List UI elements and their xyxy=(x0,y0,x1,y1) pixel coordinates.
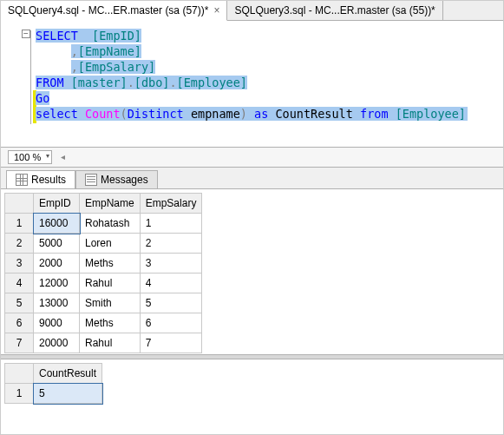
table-row[interactable]: 1 5 xyxy=(5,384,102,404)
col-empname[interactable]: EmpName xyxy=(80,194,141,214)
grid-icon xyxy=(16,174,28,186)
results-grid-2: CountResult 1 5 xyxy=(4,363,102,404)
col-countresult[interactable]: CountResult xyxy=(34,364,102,384)
schema-dbo: [dbo] xyxy=(134,76,170,89)
zoom-dropdown[interactable]: 100 % xyxy=(8,150,52,164)
kw-as: as xyxy=(254,107,268,121)
tab-label: Messages xyxy=(101,174,148,186)
tbl-employee: [Employee] xyxy=(396,107,468,121)
cell[interactable]: 12000 xyxy=(34,274,80,293)
table-row[interactable]: 6 9000 Meths 6 xyxy=(5,313,202,333)
tbl-employee: [Employee] xyxy=(177,76,247,89)
zoom-value: 100 % xyxy=(14,152,41,162)
cell[interactable]: Loren xyxy=(80,234,141,254)
fn-count: Count xyxy=(85,107,121,121)
col-empid: [EmpID] xyxy=(92,29,141,43)
cell[interactable]: 6 xyxy=(140,313,202,333)
cell[interactable]: 5 xyxy=(34,384,102,404)
rownum: 1 xyxy=(5,214,34,234)
results-pane-1[interactable]: EmpID EmpName EmpSalary 1 16000 Rohatash… xyxy=(1,189,503,354)
cell[interactable]: Rahul xyxy=(80,274,141,293)
rownum: 6 xyxy=(5,313,34,333)
col-empsalary: [EmpSalary] xyxy=(78,60,155,74)
table-row[interactable]: 2 5000 Loren 2 xyxy=(5,234,202,254)
db-master: [master] xyxy=(71,76,128,89)
col-empname: [EmpName] xyxy=(78,44,141,58)
table-row[interactable]: 5 13000 Smith 5 xyxy=(5,293,202,313)
result-tabs: Results Messages xyxy=(1,168,503,189)
kw-distinct: Distinct xyxy=(128,107,184,121)
comma: , xyxy=(71,44,78,58)
col-empname: empname xyxy=(191,107,240,121)
dot: . xyxy=(128,76,134,89)
cell[interactable]: 1 xyxy=(140,214,202,234)
cell[interactable]: 9000 xyxy=(34,313,80,333)
cell[interactable]: 2 xyxy=(140,234,202,254)
rownum: 5 xyxy=(5,293,34,313)
paren: ( xyxy=(121,107,128,121)
cell[interactable]: Rahul xyxy=(80,333,141,353)
tab-label: SQLQuery3.sql - MC...ER.master (sa (55))… xyxy=(234,4,435,16)
sql-editor[interactable]: − SELECT [EmpID] ,[EmpName] ,[EmpSalary]… xyxy=(1,21,503,148)
table-row[interactable]: 3 2000 Meths 3 xyxy=(5,254,202,274)
tab-label: Results xyxy=(31,174,66,186)
tab-messages[interactable]: Messages xyxy=(75,170,158,188)
results-grid-1: EmpID EmpName EmpSalary 1 16000 Rohatash… xyxy=(4,193,202,353)
rownum: 2 xyxy=(5,234,34,254)
scroll-left-icon[interactable]: ◂ xyxy=(57,151,68,163)
close-icon[interactable]: × xyxy=(213,4,219,16)
cell[interactable]: Rohatash xyxy=(80,214,141,234)
hscroll[interactable]: ◂ xyxy=(57,151,496,163)
table-row[interactable]: 7 20000 Rahul 7 xyxy=(5,333,202,353)
kw-select: SELECT xyxy=(36,29,78,43)
col-empid[interactable]: EmpID xyxy=(34,194,80,214)
rownum: 4 xyxy=(5,274,34,293)
cell[interactable]: 5 xyxy=(140,293,202,313)
cell[interactable]: Meths xyxy=(80,254,141,274)
cell[interactable]: Meths xyxy=(80,313,141,333)
cell[interactable]: 2000 xyxy=(34,254,80,274)
rownum: 1 xyxy=(5,384,34,404)
comma: , xyxy=(71,60,78,74)
cell[interactable]: 20000 xyxy=(34,333,80,353)
kw-go: Go xyxy=(36,91,49,105)
sql-text[interactable]: SELECT [EmpID] ,[EmpName] ,[EmpSalary] F… xyxy=(1,21,503,129)
cell[interactable]: 4 xyxy=(140,274,202,293)
tab-sqlquery4[interactable]: SQLQuery4.sql - MC...ER.master (sa (57))… xyxy=(1,1,227,21)
cell[interactable]: 7 xyxy=(140,333,202,353)
zoom-bar: 100 % ◂ xyxy=(1,148,503,168)
col-empsalary[interactable]: EmpSalary xyxy=(140,194,202,214)
tab-sqlquery3[interactable]: SQLQuery3.sql - MC...ER.master (sa (55))… xyxy=(227,1,442,20)
cell[interactable]: 16000 xyxy=(34,214,80,234)
col-rownum[interactable] xyxy=(5,194,34,214)
dot: . xyxy=(169,76,176,89)
table-row[interactable]: 4 12000 Rahul 4 xyxy=(5,274,202,293)
kw-select: select xyxy=(36,107,78,121)
alias-countresult: CountResult xyxy=(275,107,352,121)
messages-icon xyxy=(85,174,97,186)
cell[interactable]: Smith xyxy=(80,293,141,313)
cell[interactable]: 5000 xyxy=(34,234,80,254)
tab-results[interactable]: Results xyxy=(6,170,75,188)
kw-from: FROM xyxy=(36,76,64,89)
file-tabs: SQLQuery4.sql - MC...ER.master (sa (57))… xyxy=(1,1,503,21)
paren: ) xyxy=(240,107,247,121)
rownum: 3 xyxy=(5,254,34,274)
rownum: 7 xyxy=(5,333,34,353)
results-pane-2[interactable]: CountResult 1 5 xyxy=(1,359,503,420)
tab-label: SQLQuery4.sql - MC...ER.master (sa (57))… xyxy=(8,4,208,16)
kw-from: from xyxy=(360,107,389,121)
col-rownum[interactable] xyxy=(5,364,34,384)
table-row[interactable]: 1 16000 Rohatash 1 xyxy=(5,214,202,234)
cell[interactable]: 13000 xyxy=(34,293,80,313)
cell[interactable]: 3 xyxy=(140,254,202,274)
